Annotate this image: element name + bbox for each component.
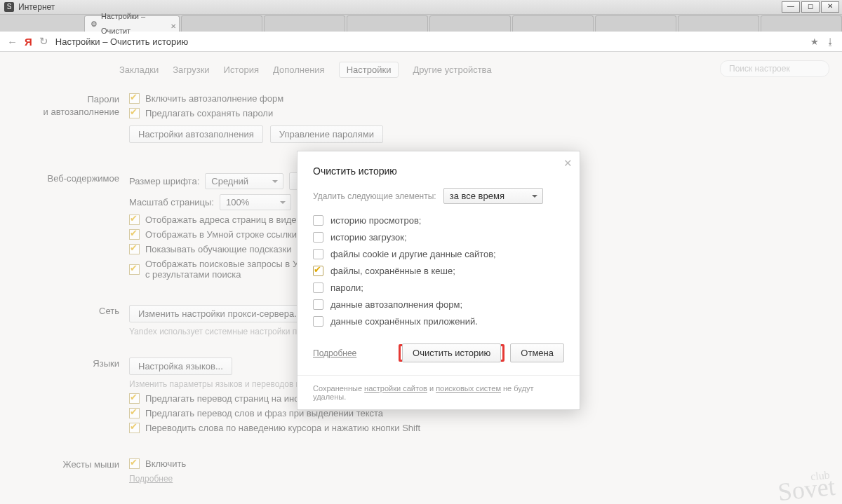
checkbox-enable-gestures[interactable] <box>129 458 140 469</box>
checkbox[interactable] <box>313 215 323 226</box>
checkbox-label: Переводить слова по наведению курсора и … <box>145 423 420 433</box>
tab-inactive[interactable] <box>181 15 262 32</box>
delete-range-label: Удалить следующие элементы: <box>313 191 436 201</box>
clear-option: файлы cookie и другие данные сайтов; <box>313 249 564 259</box>
clear-history-dialog: ✕ Очистить историю Удалить следующие эле… <box>297 151 580 410</box>
checkbox-label: файлы, сохранённые в кеше; <box>330 266 455 276</box>
checkbox[interactable] <box>129 214 140 225</box>
nav-bookmarks[interactable]: Закладки <box>119 64 159 75</box>
close-window-button[interactable]: ✕ <box>821 1 839 13</box>
dialog-close-icon[interactable]: ✕ <box>563 157 573 170</box>
tab-title: Настройки – Очистит <box>101 9 166 39</box>
checkbox-autofill[interactable] <box>129 93 140 104</box>
section-label: Сеть <box>14 305 129 336</box>
checkbox[interactable] <box>129 244 140 254</box>
checkbox[interactable] <box>129 423 140 433</box>
nav-settings[interactable]: Настройки <box>339 62 399 78</box>
checkbox[interactable] <box>129 408 140 418</box>
tab-inactive[interactable] <box>264 15 345 32</box>
page-zoom-label: Масштаб страницы: <box>129 197 214 207</box>
back-icon[interactable]: ← <box>7 36 18 48</box>
checkbox[interactable] <box>313 316 323 327</box>
checkbox-label: пароли; <box>330 282 363 293</box>
checkbox-label: файлы cookie и другие данные сайтов; <box>330 249 496 259</box>
window-controls: — ◻ ✕ <box>782 1 839 13</box>
checkbox-label: данные сохранённых приложений. <box>330 316 478 327</box>
page-zoom-select[interactable]: 100% <box>220 194 291 210</box>
tab-inactive[interactable] <box>512 15 594 32</box>
clear-option: историю просмотров; <box>313 215 564 226</box>
checkbox-label: Включить <box>145 458 186 469</box>
font-size-select[interactable]: Средний <box>205 173 283 189</box>
nav-downloads[interactable]: Загрузки <box>173 64 209 75</box>
tab-close-icon[interactable]: ✕ <box>171 19 176 34</box>
checkbox[interactable] <box>313 232 323 243</box>
language-settings-button[interactable]: Настройка языков... <box>129 357 232 375</box>
tab-inactive[interactable] <box>347 15 428 32</box>
downloads-icon[interactable]: ⭳ <box>826 36 835 47</box>
checkbox[interactable] <box>313 282 323 293</box>
section-label: Жесты мыши <box>14 458 129 484</box>
checkbox-save-passwords[interactable] <box>129 108 140 118</box>
cancel-button[interactable]: Отмена <box>510 343 564 362</box>
nav-addons[interactable]: Дополнения <box>273 64 325 75</box>
clear-option: файлы, сохранённые в кеше; <box>313 266 564 276</box>
yandex-logo-icon[interactable]: Я <box>25 36 32 48</box>
clear-option: данные сохранённых приложений. <box>313 316 564 327</box>
reload-icon[interactable]: ↻ <box>39 35 48 48</box>
section-passwords: Пароли и автозаполнение Включить автозап… <box>14 93 828 147</box>
highlight-box: Очистить историю <box>399 344 504 362</box>
time-range-select[interactable]: за все время <box>443 188 543 204</box>
proxy-settings-button[interactable]: Изменить настройки прокси-сервера... <box>129 305 311 322</box>
tab-strip: ⚙ Настройки – Очистит ✕ <box>0 15 842 32</box>
clear-history-button[interactable]: Очистить историю <box>402 343 501 362</box>
checkbox[interactable] <box>129 393 140 404</box>
gear-icon: ⚙ <box>91 17 98 32</box>
nav-history[interactable]: История <box>224 64 259 75</box>
dialog-footer: Сохраненные настройки сайтов и поисковых… <box>298 375 580 409</box>
settings-search-input[interactable]: Поиск настроек <box>720 60 829 77</box>
checkbox[interactable] <box>313 299 323 310</box>
section-label: Веб-содержимое <box>14 172 129 284</box>
tab-inactive[interactable] <box>429 15 511 32</box>
section-label: Пароли и автозаполнение <box>14 93 129 147</box>
checkbox[interactable] <box>129 264 140 275</box>
checkbox-label: Предлагать сохранять пароли <box>145 108 273 118</box>
address-text[interactable]: Настройки – Очистить историю <box>55 36 803 47</box>
window-title: Интернет <box>18 2 55 12</box>
bookmark-star-icon[interactable]: ★ <box>810 36 819 47</box>
tab-inactive[interactable] <box>678 15 759 32</box>
more-link[interactable]: Подробнее <box>129 474 173 484</box>
autofill-settings-button[interactable]: Настройки автозаполнения <box>129 125 263 143</box>
clear-option: пароли; <box>313 282 564 293</box>
manage-passwords-button[interactable]: Управление паролями <box>270 125 383 143</box>
checkbox-label: историю просмотров; <box>330 215 421 226</box>
more-link[interactable]: Подробнее <box>313 348 356 358</box>
tab-active[interactable]: ⚙ Настройки – Очистит ✕ <box>84 15 180 32</box>
checkbox[interactable] <box>313 249 323 259</box>
section-mouse-gestures: Жесты мыши Включить Подробнее <box>14 458 828 484</box>
dialog-title: Очистить историю <box>313 165 564 177</box>
font-size-label: Размер шрифта: <box>129 176 199 186</box>
checkbox-label: Включить автозаполнение форм <box>145 93 283 104</box>
search-engines-link[interactable]: поисковых систем <box>436 384 501 393</box>
site-settings-link[interactable]: настройки сайтов <box>364 384 427 393</box>
maximize-button[interactable]: ◻ <box>801 1 820 13</box>
checkbox-label: Показывать обучающие подсказки <box>145 244 291 254</box>
app-icon: S <box>4 2 14 12</box>
section-label: Языки <box>14 357 129 437</box>
checkbox-label: историю загрузок; <box>330 232 407 243</box>
tab-inactive[interactable] <box>595 15 676 32</box>
tab-inactive[interactable] <box>761 15 842 32</box>
clear-option: историю загрузок; <box>313 232 564 243</box>
checkbox[interactable] <box>129 229 140 240</box>
checkbox-label: данные автозаполнения форм; <box>330 299 462 310</box>
nav-other-devices[interactable]: Другие устройства <box>413 64 491 75</box>
checkbox[interactable] <box>313 266 323 276</box>
minimize-button[interactable]: — <box>782 1 800 13</box>
clear-option: данные автозаполнения форм; <box>313 299 564 310</box>
